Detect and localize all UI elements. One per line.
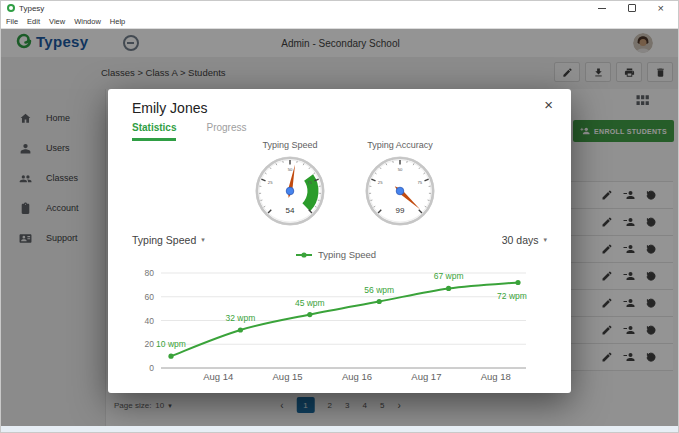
menu-edit[interactable]: Edit xyxy=(27,17,40,26)
metric-dropdown[interactable]: Typing Speed ▾ xyxy=(132,234,205,246)
svg-text:20: 20 xyxy=(145,339,155,349)
close-dialog-icon[interactable]: × xyxy=(544,97,553,113)
typing-speed-chart: 020406080Aug 14Aug 15Aug 16Aug 17Aug 181… xyxy=(116,247,563,387)
svg-text:80: 80 xyxy=(145,268,155,278)
student-stats-dialog: Emily Jones × StatisticsProgress Typing … xyxy=(108,89,571,393)
svg-text:56 wpm: 56 wpm xyxy=(364,285,394,295)
dialog-tabs: StatisticsProgress xyxy=(132,122,246,141)
minimize-icon[interactable] xyxy=(598,8,606,9)
svg-text:50: 50 xyxy=(398,167,403,172)
range-dropdown-value: 30 days xyxy=(502,234,539,246)
svg-text:75: 75 xyxy=(308,180,313,185)
svg-text:Aug 15: Aug 15 xyxy=(273,371,303,382)
svg-text:32 wpm: 32 wpm xyxy=(226,313,256,323)
svg-text:0: 0 xyxy=(149,363,154,373)
maximize-icon[interactable] xyxy=(628,4,636,12)
svg-text:99: 99 xyxy=(396,206,405,215)
window-title: Typesy xyxy=(19,4,44,13)
typesy-logo-icon xyxy=(7,4,15,12)
svg-text:40: 40 xyxy=(145,316,155,326)
gauge-title: Typing Speed xyxy=(230,140,350,150)
tab-progress[interactable]: Progress xyxy=(206,122,246,141)
window-bottom-frame xyxy=(1,426,679,433)
os-title-bar: Typesy × xyxy=(1,1,678,15)
svg-text:67 wpm: 67 wpm xyxy=(434,271,464,281)
svg-text:60: 60 xyxy=(145,292,155,302)
svg-text:10 wpm: 10 wpm xyxy=(156,339,186,349)
svg-text:Aug 17: Aug 17 xyxy=(411,371,441,382)
metric-dropdown-value: Typing Speed xyxy=(132,234,196,246)
caret-down-icon: ▾ xyxy=(543,236,547,244)
svg-text:72 wpm: 72 wpm xyxy=(497,291,527,301)
typing-accuracy-gauge: Typing Accuracy25507599 xyxy=(340,140,460,231)
menu-bar: FileEditViewWindowHelp xyxy=(1,15,678,29)
menu-help[interactable]: Help xyxy=(110,17,125,26)
close-window-icon[interactable]: × xyxy=(658,4,664,12)
svg-text:75: 75 xyxy=(418,180,423,185)
svg-text:Aug 16: Aug 16 xyxy=(342,371,372,382)
svg-text:Aug 18: Aug 18 xyxy=(481,371,511,382)
svg-text:25: 25 xyxy=(378,180,383,185)
svg-text:25: 25 xyxy=(268,180,273,185)
caret-down-icon: ▾ xyxy=(201,236,205,244)
menu-file[interactable]: File xyxy=(6,17,18,26)
app-window: Typesy × FileEditViewWindowHelp Typesy A… xyxy=(0,0,679,433)
student-name-title: Emily Jones xyxy=(132,100,207,116)
gauge-title: Typing Accuracy xyxy=(340,140,460,150)
svg-text:Typing Speed: Typing Speed xyxy=(318,249,376,260)
menu-window[interactable]: Window xyxy=(74,17,101,26)
svg-text:Aug 14: Aug 14 xyxy=(203,371,233,382)
menu-view[interactable]: View xyxy=(49,17,65,26)
range-dropdown[interactable]: 30 days ▾ xyxy=(502,234,547,246)
tab-statistics[interactable]: Statistics xyxy=(132,122,176,141)
typing-speed-gauge: Typing Speed25507554 xyxy=(230,140,350,231)
svg-text:45 wpm: 45 wpm xyxy=(295,298,325,308)
svg-text:54: 54 xyxy=(286,206,295,215)
app-area: Typesy Admin - Secondary School Classes … xyxy=(1,29,679,426)
svg-text:50: 50 xyxy=(288,167,293,172)
